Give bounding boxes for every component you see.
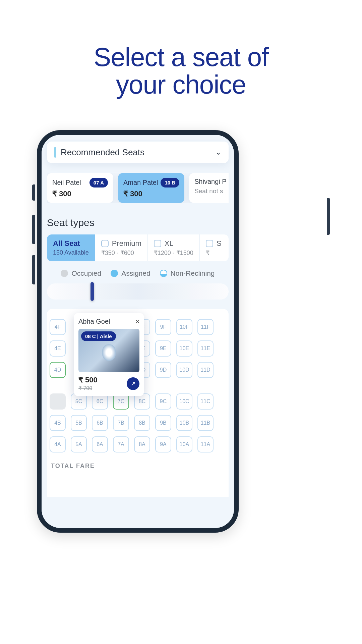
- recommended-accent-bar: [54, 147, 56, 158]
- legend-occupied-label: Occupied: [71, 269, 101, 277]
- type-sub: ₹1200 - ₹1500: [154, 249, 193, 257]
- seat-type-swatch: [101, 240, 109, 247]
- popup-price: ₹ 500: [78, 376, 98, 384]
- seat-badge: 07 A: [89, 178, 108, 187]
- seat-types-heading: Seat types: [47, 217, 229, 228]
- seat-4F[interactable]: 4F: [50, 319, 66, 335]
- recommended-seats-card[interactable]: Recommended Seats ⌄: [47, 142, 229, 163]
- seat-10D[interactable]: 10D: [176, 362, 192, 378]
- passenger-name: Aman Patel: [123, 179, 158, 186]
- seat-11E[interactable]: 11E: [197, 340, 214, 357]
- type-name: Premium: [112, 239, 141, 248]
- passenger-list: Neil Patel 07 A ₹ 300 Aman Patel 10 B ₹ …: [47, 173, 229, 203]
- phone-power-button: [327, 198, 330, 235]
- type-sub: 150 Available: [53, 249, 89, 256]
- type-name: S: [217, 239, 222, 248]
- seat-11C[interactable]: 11C: [197, 393, 214, 410]
- seat-legend: Occupied Assigned Non-Reclining: [47, 269, 229, 277]
- seat-10C[interactable]: 10C: [176, 393, 192, 410]
- recommended-title: Recommended Seats: [61, 147, 144, 158]
- seat-9E[interactable]: 9E: [155, 340, 171, 357]
- type-sub: ₹350 - ₹600: [101, 249, 141, 257]
- seat-preview-image: 08 C | Aisle: [78, 329, 139, 372]
- page-headline: Select a seat of your choice: [0, 44, 362, 99]
- nonreclining-dot-icon: [160, 270, 167, 277]
- plane-minimap[interactable]: [47, 283, 229, 300]
- seat-10A[interactable]: 10A: [176, 436, 192, 452]
- seat-10B[interactable]: 10B: [176, 415, 192, 431]
- seat-10E[interactable]: 10E: [176, 340, 192, 357]
- seat-type-more[interactable]: S ₹: [200, 234, 228, 261]
- passenger-name: Neil Patel: [52, 179, 81, 186]
- legend-nonreclining: Non-Reclining: [160, 269, 215, 277]
- seat-4A[interactable]: 4A: [50, 436, 66, 452]
- seat-4B[interactable]: 4B: [50, 415, 66, 431]
- occupied-dot-icon: [61, 270, 68, 277]
- type-name: XL: [165, 239, 174, 248]
- seat-8B[interactable]: 8B: [134, 415, 150, 431]
- seat-badge: 10 B: [161, 178, 179, 187]
- phone-volume-down: [32, 255, 35, 284]
- seat-11A[interactable]: 11A: [197, 436, 214, 452]
- seat-row-A: 4A 5A 6A 7A 8A 9A 10A 11A: [50, 436, 226, 452]
- plane-minimap-handle[interactable]: [90, 282, 94, 301]
- confirm-seat-button[interactable]: ↗: [127, 377, 139, 390]
- popup-old-price: ₹ 700: [78, 385, 98, 391]
- seat-7A[interactable]: 7A: [113, 436, 129, 452]
- seat-4C-occupied: [50, 393, 66, 410]
- passenger-note: Seat not s: [194, 187, 229, 195]
- app-screen: Recommended Seats ⌄ Neil Patel 07 A ₹ 30…: [42, 135, 234, 528]
- chevron-down-icon[interactable]: ⌄: [215, 148, 221, 157]
- seat-row-B: 4B 5B 6B 7B 8B 9B 10B 11B: [50, 415, 226, 431]
- seat-type-xl[interactable]: XL ₹1200 - ₹1500: [148, 234, 200, 261]
- seat-map: Abha Goel × 08 C | Aisle ₹ 500 ₹ 700 ↗ 4…: [47, 309, 229, 497]
- legend-assigned: Assigned: [111, 269, 150, 277]
- popup-passenger-name: Abha Goel: [78, 318, 110, 325]
- passenger-name: Shivangi P: [194, 178, 227, 185]
- seat-9A[interactable]: 9A: [155, 436, 171, 452]
- phone-side-button-1: [32, 184, 35, 201]
- headline-line-2: your choice: [116, 70, 246, 99]
- seat-5B[interactable]: 5B: [71, 415, 87, 431]
- seat-5A[interactable]: 5A: [71, 436, 87, 452]
- seat-type-premium[interactable]: Premium ₹350 - ₹600: [95, 234, 148, 261]
- phone-frame: Recommended Seats ⌄ Neil Patel 07 A ₹ 30…: [37, 130, 239, 533]
- seat-type-all[interactable]: All Seat 150 Available: [47, 234, 95, 261]
- seat-10F[interactable]: 10F: [176, 319, 192, 335]
- headline-line-1: Select a seat of: [94, 42, 268, 72]
- passenger-price: ₹ 300: [52, 190, 108, 198]
- seat-type-swatch: [154, 240, 161, 247]
- type-name: All Seat: [53, 239, 80, 248]
- close-icon[interactable]: ×: [135, 318, 139, 325]
- legend-assigned-label: Assigned: [121, 269, 150, 277]
- seat-4E[interactable]: 4E: [50, 340, 66, 357]
- total-fare-label: TOTAL FARE: [50, 463, 226, 470]
- seat-4D[interactable]: 4D: [50, 362, 66, 378]
- seat-type-tabs: All Seat 150 Available Premium ₹350 - ₹6…: [47, 234, 229, 261]
- phone-volume-up: [32, 215, 35, 244]
- seat-6A[interactable]: 6A: [92, 436, 108, 452]
- seat-9B[interactable]: 9B: [155, 415, 171, 431]
- seat-6B[interactable]: 6B: [92, 415, 108, 431]
- seat-9D[interactable]: 9D: [155, 362, 171, 378]
- passenger-card-neil[interactable]: Neil Patel 07 A ₹ 300: [47, 173, 113, 203]
- seat-8A[interactable]: 8A: [134, 436, 150, 452]
- popup-seat-badge: 08 C | Aisle: [81, 331, 116, 341]
- seat-11F[interactable]: 11F: [197, 319, 214, 335]
- passenger-card-shivangi[interactable]: Shivangi P Seat not s: [189, 173, 229, 203]
- assigned-dot-icon: [111, 270, 118, 277]
- seat-7B[interactable]: 7B: [113, 415, 129, 431]
- type-sub: ₹: [206, 249, 222, 257]
- legend-nonreclining-label: Non-Reclining: [171, 269, 215, 277]
- seat-9C[interactable]: 9C: [155, 393, 171, 410]
- seat-11D[interactable]: 11D: [197, 362, 214, 378]
- passenger-card-aman[interactable]: Aman Patel 10 B ₹ 300: [118, 173, 184, 203]
- seat-11B[interactable]: 11B: [197, 415, 214, 431]
- legend-occupied: Occupied: [61, 269, 101, 277]
- passenger-price: ₹ 300: [123, 190, 179, 198]
- seat-type-swatch: [206, 240, 213, 247]
- seat-9F[interactable]: 9F: [155, 319, 171, 335]
- seat-preview-popup: Abha Goel × 08 C | Aisle ₹ 500 ₹ 700 ↗: [74, 313, 144, 396]
